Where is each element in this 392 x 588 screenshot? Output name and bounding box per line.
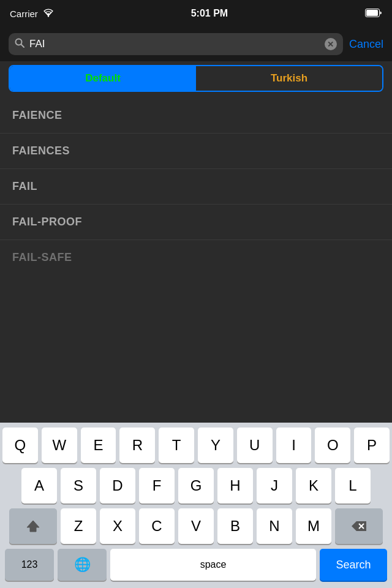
wifi-icon (43, 9, 54, 19)
key-p[interactable]: P (354, 428, 390, 463)
key-123[interactable]: 123 (5, 549, 54, 581)
keyboard-row-1: Q W E R T Y U I O P (2, 428, 390, 463)
results-list: FAIENCE FAIENCES FAIL FAIL-PROOF FAIL-SA… (0, 98, 392, 275)
key-v[interactable]: V (178, 508, 214, 544)
key-f[interactable]: F (139, 468, 175, 503)
key-d[interactable]: D (100, 468, 135, 503)
status-right (365, 9, 382, 19)
seg-btn-turkish[interactable]: Turkish (196, 66, 382, 91)
carrier-label: Carrier (10, 9, 38, 19)
key-r[interactable]: R (119, 428, 155, 463)
search-icon (15, 38, 24, 50)
key-e[interactable]: E (81, 428, 116, 463)
key-g[interactable]: G (178, 468, 214, 503)
key-s[interactable]: S (61, 468, 96, 503)
status-time: 5:01 PM (191, 8, 228, 19)
space-key[interactable]: space (110, 549, 316, 581)
key-l[interactable]: L (335, 468, 371, 503)
segmented-control: Default Turkish (9, 65, 383, 92)
keyboard-row-2: A S D F G H J K L (2, 468, 390, 503)
key-z[interactable]: Z (61, 508, 96, 544)
svg-point-0 (48, 15, 49, 17)
list-item[interactable]: FAIENCES (0, 134, 392, 169)
key-a[interactable]: A (21, 468, 57, 503)
search-button[interactable]: Search (320, 549, 387, 581)
status-left: Carrier (10, 9, 54, 19)
battery-icon (365, 9, 382, 19)
key-h[interactable]: H (217, 468, 253, 503)
cancel-button[interactable]: Cancel (349, 38, 383, 51)
key-n[interactable]: N (257, 508, 292, 544)
list-item[interactable]: FAIL-SAFE (0, 240, 392, 275)
key-c[interactable]: C (139, 508, 175, 544)
key-k[interactable]: K (296, 468, 331, 503)
globe-key[interactable]: 🌐 (58, 549, 107, 581)
key-x[interactable]: X (100, 508, 135, 544)
clear-button[interactable]: ✕ (325, 38, 337, 50)
keyboard-bottom-row: 123 🌐 space Search (2, 549, 390, 586)
list-item[interactable]: FAIL (0, 169, 392, 205)
seg-btn-default[interactable]: Default (10, 66, 196, 91)
key-j[interactable]: J (257, 468, 292, 503)
key-o[interactable]: O (315, 428, 350, 463)
svg-rect-2 (366, 10, 378, 16)
key-q[interactable]: Q (2, 428, 38, 463)
status-bar: Carrier 5:01 PM (0, 0, 392, 27)
key-y[interactable]: Y (198, 428, 233, 463)
keyboard-row-3: Z X C V B N M (2, 508, 390, 544)
key-t[interactable]: T (159, 428, 194, 463)
search-input-wrapper: ✕ (9, 33, 343, 55)
search-input[interactable] (29, 38, 320, 50)
svg-marker-5 (27, 521, 39, 532)
key-w[interactable]: W (42, 428, 77, 463)
keyboard: Q W E R T Y U I O P A S D F G H J K L Z … (0, 423, 392, 588)
backspace-key[interactable] (335, 508, 383, 544)
search-bar: ✕ Cancel (0, 27, 392, 61)
key-i[interactable]: I (276, 428, 312, 463)
key-u[interactable]: U (237, 428, 273, 463)
list-item[interactable]: FAIL-PROOF (0, 205, 392, 240)
key-m[interactable]: M (296, 508, 331, 544)
shift-key[interactable] (9, 508, 57, 544)
list-item[interactable]: FAIENCE (0, 98, 392, 134)
svg-line-4 (21, 45, 24, 48)
key-b[interactable]: B (217, 508, 253, 544)
